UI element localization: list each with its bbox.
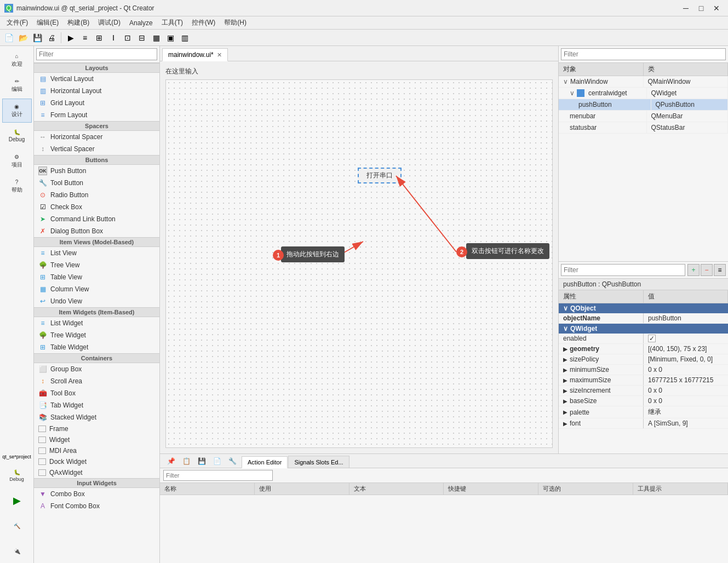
sidebar-item-projects[interactable]: ⚙ 项目	[2, 149, 32, 173]
sidebar-item-help[interactable]: ? 帮助	[2, 174, 32, 198]
widget-push-button[interactable]: OK Push Button	[34, 165, 159, 177]
design-canvas[interactable]: 打开串口 1 拖动此按钮到右边	[165, 79, 553, 448]
sidebar-build-button[interactable]: 🔨	[2, 514, 32, 538]
prop-row-geometry[interactable]: ▶ geometry [(400, 150), 75 x 23]	[559, 344, 728, 354]
props-filter-input[interactable]	[561, 264, 685, 276]
prop-arrow[interactable]: ▶	[563, 388, 568, 394]
props-remove-button[interactable]: −	[701, 264, 713, 276]
widget-list-widget[interactable]: ≡ List Widget	[34, 317, 159, 329]
sidebar-project-name[interactable]: qt_se*project	[2, 451, 32, 462]
widget-undo-view[interactable]: ↩ Undo View	[34, 295, 159, 307]
widget-font-combo-box[interactable]: A Font Combo Box	[34, 500, 159, 512]
object-row-mainwindow[interactable]: ∨ MainWindow QMainWindow	[559, 76, 728, 88]
sidebar-debug-label[interactable]: 🐛 Debug	[2, 463, 32, 487]
widget-tree-view[interactable]: 🌳 Tree View	[34, 259, 159, 271]
toolbar-btn1[interactable]: ▶	[64, 31, 77, 44]
menu-tools[interactable]: 工具(T)	[157, 17, 187, 28]
prop-arrow[interactable]: ▶	[563, 377, 568, 383]
widget-frame[interactable]: Frame	[34, 423, 159, 434]
object-row-statusbar[interactable]: statusbar QStatusBar	[559, 122, 728, 134]
prop-arrow[interactable]: ▶	[563, 409, 568, 415]
canvas-push-button[interactable]: 打开串口	[358, 168, 402, 183]
sidebar-item-debug[interactable]: 🐛 Debug	[2, 124, 32, 148]
tab-action-editor[interactable]: Action Editor	[242, 456, 288, 468]
widget-tree-widget[interactable]: 🌳 Tree Widget	[34, 329, 159, 341]
toolbar-btn7[interactable]: ▦	[150, 31, 163, 44]
menu-help[interactable]: 帮助(H)	[220, 17, 251, 28]
prop-value[interactable]: 0 x 0	[644, 365, 728, 375]
widget-dialog-button-box[interactable]: ✗ Dialog Button Box	[34, 225, 159, 237]
widget-column-view[interactable]: ▦ Column View	[34, 283, 159, 295]
prop-value[interactable]: 0 x 0	[644, 386, 728, 395]
menu-edit[interactable]: 编辑(E)	[32, 17, 63, 28]
object-row-centralwidget[interactable]: ∨ centralwidget QWidget	[559, 88, 728, 99]
bottom-toolbar-btn1[interactable]: 📌	[164, 455, 177, 468]
widget-command-link[interactable]: ➤ Command Link Button	[34, 213, 159, 225]
menu-file[interactable]: 文件(F)	[2, 17, 32, 28]
minimize-button[interactable]: ─	[679, 3, 693, 14]
prop-row-font[interactable]: ▶ font A [SimSun, 9]	[559, 418, 728, 429]
toolbar-btn9[interactable]: ▥	[178, 31, 191, 44]
sidebar-run-button[interactable]: ▶	[2, 489, 32, 513]
prop-row-maxsize[interactable]: ▶ maximumSize 16777215 x 16777215	[559, 375, 728, 386]
toolbar-btn2[interactable]: ≡	[78, 31, 91, 44]
sidebar-connect-button[interactable]: 🔌	[2, 539, 32, 563]
prop-row-minsize[interactable]: ▶ minimumSize 0 x 0	[559, 365, 728, 375]
prop-value[interactable]: pushButton	[644, 313, 728, 323]
prop-row-enabled[interactable]: enabled ✓	[559, 334, 728, 344]
tab-mainwindow[interactable]: mainwindow.ui* ✕	[162, 48, 228, 61]
toolbar-new[interactable]: 📄	[2, 31, 15, 44]
menu-analyze[interactable]: Analyze	[125, 18, 157, 28]
widget-grid-layout[interactable]: ⊞ Grid Layout	[34, 97, 159, 109]
prop-value[interactable]: A [SimSun, 9]	[644, 418, 728, 428]
prop-value[interactable]: [(400, 150), 75 x 23]	[644, 344, 728, 354]
widget-vertical-spacer[interactable]: ↕ Vertical Spacer	[34, 143, 159, 155]
prop-arrow[interactable]: ▶	[563, 367, 568, 373]
widget-stacked-widget[interactable]: 📚 Stacked Widget	[34, 411, 159, 423]
object-row-pushbutton[interactable]: pushButton QPushButton	[559, 99, 728, 111]
close-button[interactable]: ✕	[709, 3, 724, 14]
menu-debug[interactable]: 调试(D)	[94, 17, 125, 28]
widget-scroll-area[interactable]: ↕ Scroll Area	[34, 375, 159, 387]
menu-build[interactable]: 构建(B)	[63, 17, 94, 28]
bottom-toolbar-btn3[interactable]: 💾	[195, 455, 208, 468]
widget-table-widget[interactable]: ⊞ Table Widget	[34, 341, 159, 353]
widget-table-view[interactable]: ⊞ Table View	[34, 271, 159, 283]
widget-tool-button[interactable]: 🔧 Tool Button	[34, 177, 159, 189]
toolbar-btn4[interactable]: Ⅰ	[107, 31, 120, 44]
enabled-checkbox[interactable]: ✓	[648, 335, 656, 342]
prop-value[interactable]: [Minimum, Fixed, 0, 0]	[644, 354, 728, 364]
object-row-menubar[interactable]: menubar QMenuBar	[559, 111, 728, 122]
widget-tab-widget[interactable]: 📑 Tab Widget	[34, 399, 159, 411]
widget-list-view[interactable]: ≡ List View	[34, 247, 159, 259]
prop-value[interactable]: 0 x 0	[644, 396, 728, 406]
widget-search-input[interactable]	[36, 48, 157, 60]
sidebar-item-design[interactable]: ◉ 设计	[2, 99, 32, 123]
bottom-toolbar-btn2[interactable]: 📋	[180, 455, 193, 468]
tab-signals-slots[interactable]: Signals Slots Ed...	[288, 456, 349, 468]
prop-arrow[interactable]: ▶	[563, 357, 568, 363]
bottom-toolbar-btn4[interactable]: 📄	[210, 455, 223, 468]
prop-row-sizepolicy[interactable]: ▶ sizePolicy [Minimum, Fixed, 0, 0]	[559, 354, 728, 365]
tab-close-icon[interactable]: ✕	[217, 51, 222, 59]
props-add-button[interactable]: +	[687, 264, 700, 276]
prop-arrow[interactable]: ▶	[563, 398, 568, 404]
prop-row-sizeincrement[interactable]: ▶ sizeIncrement 0 x 0	[559, 386, 728, 396]
toolbar-save[interactable]: 💾	[31, 31, 44, 44]
widget-mdi-area[interactable]: MDI Area	[34, 445, 159, 456]
toolbar-btn5[interactable]: ⊡	[121, 31, 134, 44]
widget-horizontal-layout[interactable]: ▥ Horizontal Layout	[34, 85, 159, 97]
sidebar-item-edit[interactable]: ✏ 编辑	[2, 73, 32, 97]
toolbar-btn6[interactable]: ⊟	[135, 31, 148, 44]
prop-arrow[interactable]: ▶	[563, 346, 568, 352]
widget-tool-box[interactable]: 🧰 Tool Box	[34, 387, 159, 399]
toolbar-btn3[interactable]: ⊞	[93, 31, 106, 44]
prop-row-objectname[interactable]: objectName pushButton	[559, 313, 728, 324]
toolbar-print[interactable]: 🖨	[45, 31, 58, 44]
prop-arrow[interactable]: ▶	[563, 421, 568, 427]
prop-row-palette[interactable]: ▶ palette 继承	[559, 406, 728, 418]
widget-combo-box[interactable]: ▼ Combo Box	[34, 488, 159, 500]
widget-radio-button[interactable]: ⊙ Radio Button	[34, 189, 159, 201]
bottom-toolbar-btn5[interactable]: 🔧	[226, 455, 239, 468]
widget-vertical-layout[interactable]: ▤ Vertical Layout	[34, 73, 159, 85]
